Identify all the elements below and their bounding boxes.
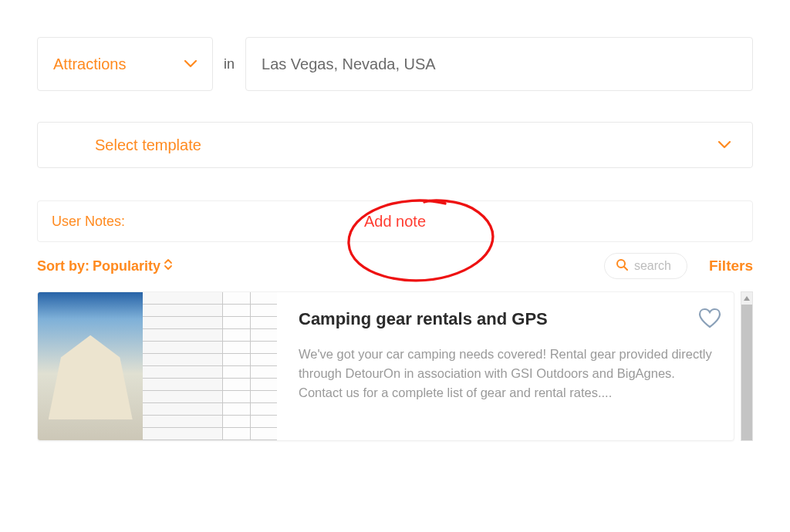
search-icon bbox=[616, 258, 628, 274]
svg-line-1 bbox=[624, 267, 627, 270]
result-description: We've got your car camping needs covered… bbox=[299, 345, 720, 402]
results-list: Camping gear rentals and GPS We've got y… bbox=[37, 291, 753, 441]
scroll-up-arrow-icon[interactable] bbox=[741, 292, 752, 305]
location-input[interactable]: Las Vegas, Nevada, USA bbox=[245, 37, 753, 91]
location-value: Las Vegas, Nevada, USA bbox=[262, 56, 436, 73]
chevron-down-icon bbox=[718, 141, 731, 149]
result-thumbnail bbox=[38, 292, 277, 440]
user-notes-row: User Notes: Add note bbox=[37, 200, 753, 242]
scrollbar[interactable] bbox=[741, 291, 753, 441]
result-card[interactable]: Camping gear rentals and GPS We've got y… bbox=[37, 291, 734, 441]
search-button[interactable]: search bbox=[604, 253, 687, 279]
in-label: in bbox=[224, 56, 235, 72]
category-select-label: Attractions bbox=[53, 56, 126, 73]
sort-arrows-icon bbox=[164, 258, 173, 274]
sort-by-toggle[interactable]: Sort by: Popularity bbox=[37, 258, 173, 274]
add-note-button[interactable]: Add note bbox=[364, 213, 426, 231]
favorite-button[interactable] bbox=[698, 308, 721, 332]
search-criteria-row: Attractions in Las Vegas, Nevada, USA bbox=[37, 37, 753, 91]
search-label: search bbox=[634, 259, 671, 273]
category-select[interactable]: Attractions bbox=[37, 37, 213, 91]
scrollbar-thumb[interactable] bbox=[741, 305, 752, 440]
chevron-down-icon bbox=[184, 60, 197, 68]
list-controls-row: Sort by: Popularity search Filters bbox=[37, 253, 753, 279]
sort-by-prefix: Sort by: bbox=[37, 258, 89, 274]
filters-button[interactable]: Filters bbox=[709, 258, 753, 274]
result-title: Camping gear rentals and GPS bbox=[299, 309, 720, 329]
template-select[interactable]: Select template bbox=[37, 122, 753, 168]
sort-by-value: Popularity bbox=[93, 258, 160, 274]
template-select-label: Select template bbox=[95, 136, 201, 154]
user-notes-label: User Notes: bbox=[52, 214, 125, 230]
